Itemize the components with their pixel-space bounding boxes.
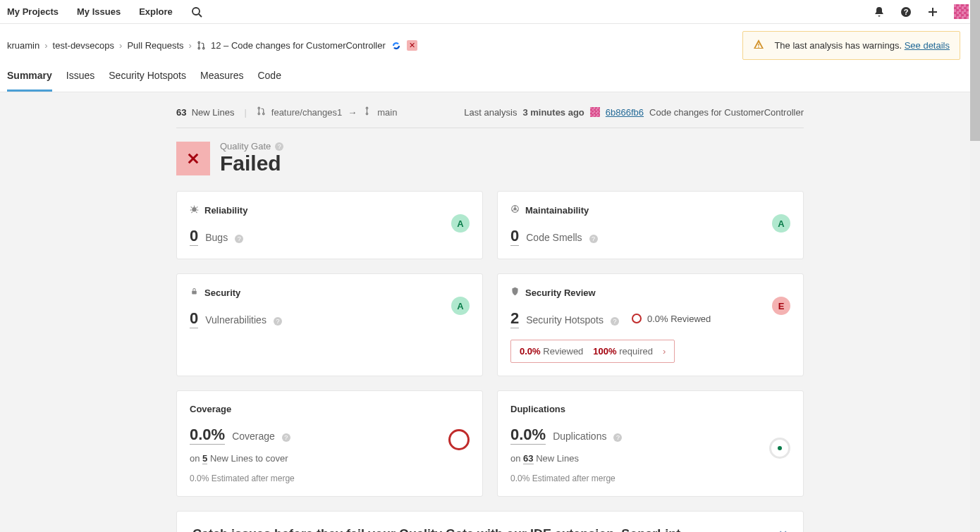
card-title: Security	[204, 287, 240, 298]
scrollbar[interactable]	[970, 0, 980, 532]
help-icon[interactable]: ?	[282, 433, 290, 442]
security-value[interactable]: 0	[190, 309, 198, 328]
last-analysis-time: 3 minutes ago	[522, 107, 584, 118]
arrow-right-icon: →	[348, 107, 357, 118]
svg-point-16	[192, 207, 197, 212]
bug-icon	[190, 204, 199, 216]
svg-line-1	[199, 14, 202, 17]
nav-explore[interactable]: Explore	[139, 6, 173, 17]
new-lines-count: 63	[176, 107, 186, 118]
card-security: Security 0 Vulnerabilities ? A	[176, 273, 483, 376]
close-icon[interactable]: ✕	[778, 528, 788, 532]
maintainability-value[interactable]: 0	[510, 227, 519, 246]
warning-banner: The last analysis has warnings. See deta…	[742, 31, 960, 60]
rating-badge: A	[451, 214, 470, 233]
close-icon[interactable]: ✕	[407, 40, 417, 51]
security-label: Vulnerabilities	[205, 314, 267, 326]
pull-request-icon	[197, 41, 206, 50]
maintainability-label: Code Smells	[526, 232, 582, 243]
tab-security-hotspots[interactable]: Security Hotspots	[109, 70, 186, 92]
tab-summary[interactable]: Summary	[7, 70, 52, 92]
plus-icon[interactable]	[927, 6, 938, 18]
coverage-value[interactable]: 0.0%	[190, 426, 225, 445]
security-review-value[interactable]: 2	[510, 309, 519, 328]
ci-provider-icon[interactable]	[391, 40, 402, 51]
tabs: Summary Issues Security Hotspots Measure…	[0, 60, 980, 92]
warning-text: The last analysis has warnings. See deta…	[774, 40, 950, 51]
reviewed-text: 0.0% Reviewed	[647, 314, 711, 324]
rating-badge: A	[772, 214, 790, 233]
help-icon[interactable]: ?	[275, 142, 283, 151]
card-title: Reliability	[204, 205, 247, 216]
rating-badge: A	[451, 297, 470, 315]
card-maintainability: Maintainability 0 Code Smells ? A	[497, 191, 804, 259]
breadcrumb-pr[interactable]: 12 – Code changes for CustomerController	[211, 40, 386, 51]
warning-icon	[753, 39, 764, 52]
svg-rect-19	[192, 291, 197, 295]
promo-text: Catch issues before they fail your Quali…	[192, 527, 680, 532]
rating-badge: E	[772, 297, 790, 315]
summary-bar: 63 New Lines | feature/changes1 → main L…	[176, 106, 804, 128]
shield-icon	[510, 287, 520, 298]
avatar[interactable]	[954, 4, 969, 19]
help-icon[interactable]: ?	[611, 317, 619, 326]
card-title: Coverage	[190, 404, 231, 414]
branch-icon	[362, 106, 372, 118]
svg-point-13	[367, 113, 368, 114]
breadcrumb-org[interactable]: kruamin	[7, 40, 39, 51]
help-icon[interactable]: ?	[900, 6, 912, 18]
card-title: Maintainability	[525, 205, 589, 216]
breadcrumb-project[interactable]: test-devsecops	[53, 40, 114, 51]
quality-gate: Quality Gate? Failed	[176, 141, 804, 175]
quality-gate-status-icon	[176, 142, 210, 175]
help-icon[interactable]: ?	[274, 317, 282, 326]
nav-my-issues[interactable]: My Issues	[77, 6, 121, 17]
reliability-label: Bugs	[205, 232, 228, 243]
bell-icon[interactable]	[874, 6, 885, 18]
card-title: Duplications	[510, 404, 565, 414]
commit-link[interactable]: 6b866fb6	[606, 107, 644, 118]
svg-point-9	[258, 107, 259, 109]
lock-icon	[190, 287, 199, 298]
svg-point-7	[198, 47, 200, 49]
help-icon[interactable]: ?	[235, 235, 243, 243]
source-branch: feature/changes1	[271, 107, 342, 118]
duplications-value[interactable]: 0.0%	[510, 426, 546, 445]
tab-code[interactable]: Code	[257, 70, 281, 92]
target-branch: main	[377, 107, 397, 118]
code-smell-icon	[510, 204, 520, 216]
card-coverage: Coverage 0.0% Coverage ? on 5 New Lines …	[176, 390, 483, 497]
chevron-right-icon: ›	[44, 40, 47, 51]
svg-point-11	[262, 113, 264, 114]
tab-measures[interactable]: Measures	[200, 70, 243, 92]
tab-issues[interactable]: Issues	[66, 70, 94, 92]
svg-point-10	[258, 113, 259, 114]
svg-point-0	[192, 8, 200, 15]
last-analysis-label: Last analysis	[464, 107, 517, 118]
coverage-ring-icon	[448, 429, 470, 450]
coverage-subtext: on 5 New Lines to cover	[190, 453, 470, 464]
requirement-box[interactable]: 0.0% Reviewed 100% required ›	[510, 340, 675, 363]
help-icon[interactable]: ?	[589, 235, 598, 243]
warning-link[interactable]: See details	[905, 40, 950, 51]
svg-point-18	[514, 208, 516, 210]
breadcrumb: kruamin › test-devsecops › Pull Requests…	[7, 40, 417, 51]
security-review-label: Security Hotspots	[526, 314, 604, 326]
coverage-estimate: 0.0% Estimated after merge	[190, 474, 470, 483]
duplications-label: Duplications	[553, 431, 606, 442]
duplications-subtext: on 63 New Lines	[510, 453, 790, 464]
reliability-value[interactable]: 0	[190, 227, 198, 246]
svg-point-12	[367, 107, 368, 109]
nav-my-projects[interactable]: My Projects	[7, 6, 59, 17]
search-icon[interactable]	[191, 6, 202, 18]
duplications-estimate: 0.0% Estimated after merge	[510, 474, 790, 483]
commit-message: Code changes for CustomerController	[649, 107, 804, 118]
svg-text:?: ?	[904, 8, 909, 16]
svg-point-8	[202, 47, 204, 49]
status-ring-icon	[632, 314, 642, 323]
scrollbar-thumb[interactable]	[970, 0, 980, 141]
new-lines-label: New Lines	[192, 107, 235, 118]
breadcrumb-section[interactable]: Pull Requests	[127, 40, 183, 51]
help-icon[interactable]: ?	[613, 433, 622, 442]
quality-gate-status: Failed	[220, 151, 283, 175]
